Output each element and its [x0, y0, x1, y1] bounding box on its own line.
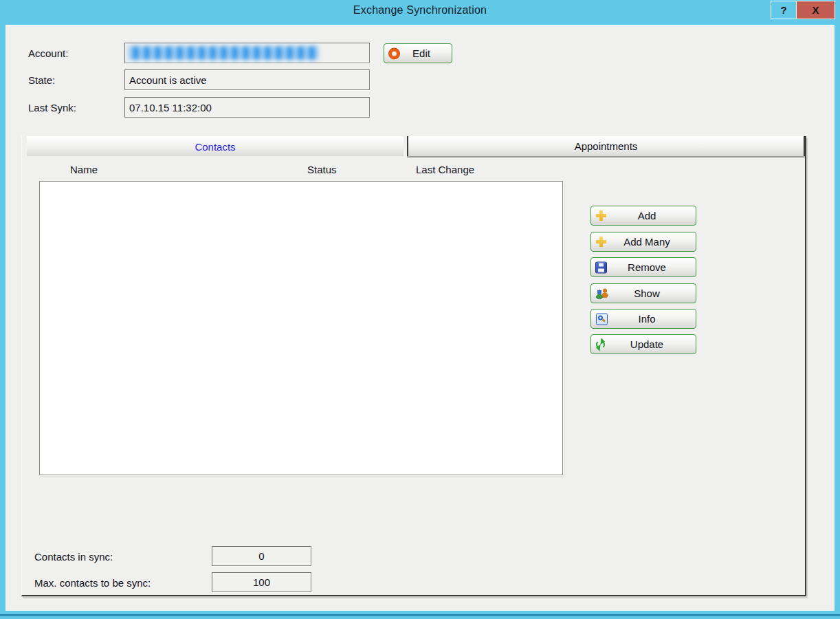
column-header-last-change: Last Change	[416, 164, 474, 175]
add-button[interactable]: Add	[590, 206, 696, 226]
state-field: Account is active	[124, 69, 370, 90]
contacts-in-sync-field[interactable]: 0	[212, 546, 311, 566]
last-sync-label: Last Synk:	[28, 102, 76, 113]
people-icon	[596, 288, 608, 298]
info-button[interactable]: Info	[590, 309, 696, 329]
account-value-redacted	[128, 46, 319, 60]
tab-panel: Contacts Appointments Name Status Last C…	[21, 136, 806, 596]
magnifier-icon	[596, 313, 608, 325]
contacts-list[interactable]	[39, 181, 563, 475]
show-button[interactable]: Show	[590, 283, 696, 303]
column-header-status: Status	[307, 164, 337, 175]
remove-button-label: Remove	[591, 261, 696, 273]
add-many-button[interactable]: Add Many	[590, 232, 696, 252]
title-bar: Exchange Synchronization ? X	[0, 0, 840, 25]
update-button[interactable]: Update	[590, 334, 696, 354]
dialog-body: Account: State: Account is active Last S…	[5, 25, 835, 611]
account-label: Account:	[28, 47, 68, 59]
state-label: State:	[28, 74, 55, 86]
column-header-name: Name	[70, 164, 98, 175]
last-sync-field: 07.10.15 11:32:00	[124, 97, 370, 118]
window-title: Exchange Synchronization	[0, 4, 840, 17]
floppy-icon	[596, 262, 606, 272]
max-contacts-value: 100	[253, 576, 270, 588]
state-value: Account is active	[129, 74, 207, 86]
edit-icon	[389, 48, 399, 58]
close-button[interactable]: X	[797, 1, 835, 19]
contacts-in-sync-label: Contacts in sync:	[34, 551, 113, 563]
add-many-button-label: Add Many	[591, 236, 696, 248]
contacts-in-sync-value: 0	[258, 550, 264, 562]
tab-appointments[interactable]: Appointments	[407, 136, 805, 156]
max-contacts-label: Max. contacts to be sync:	[34, 577, 151, 589]
last-sync-value: 07.10.15 11:32:00	[129, 102, 212, 113]
window-controls: ? X	[771, 1, 835, 19]
remove-button[interactable]: Remove	[590, 257, 696, 277]
refresh-icon	[596, 340, 605, 349]
tab-contacts[interactable]: Contacts	[27, 136, 404, 156]
help-button[interactable]: ?	[771, 1, 797, 19]
update-button-label: Update	[591, 338, 696, 350]
window-bottom-edge	[0, 614, 840, 616]
edit-button[interactable]: Edit	[384, 43, 452, 63]
max-contacts-field[interactable]: 100	[212, 572, 311, 592]
add-button-label: Add	[591, 210, 696, 221]
account-field[interactable]	[124, 43, 370, 63]
